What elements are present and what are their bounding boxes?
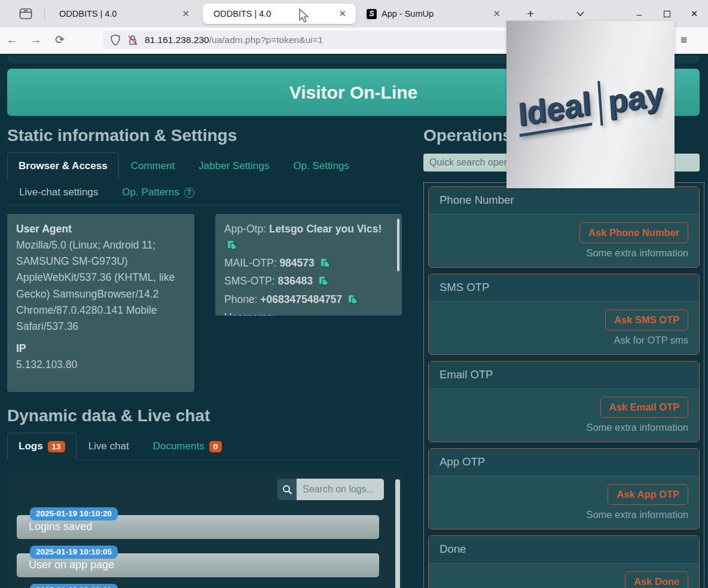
tab-item[interactable]: Op. Patterns ? [110, 179, 206, 206]
otp-value: +0683475484757 [260, 293, 342, 305]
sumup-favicon: S [367, 9, 377, 19]
log-list: 2025-01-19 10:10:20 Logins saved 2025-01… [17, 507, 379, 588]
tab-label: Jabber Settings [199, 160, 269, 172]
reload-button[interactable]: ⟳ [48, 33, 72, 47]
new-tab-button[interactable]: + [522, 7, 539, 21]
tab-item[interactable]: Comment [119, 153, 187, 179]
tab-label: Logs [19, 440, 43, 452]
copy-icon[interactable] [227, 239, 237, 255]
tab-item[interactable]: Op. Settings [282, 153, 362, 179]
tab-item[interactable]: Jabber Settings [187, 153, 281, 179]
banner-title: Visitor On-Line [289, 82, 417, 103]
ask-button[interactable]: Ask Email OTP [600, 397, 688, 418]
otp-rows: App-Otp: Letsgo Clear you Vics! MAIL-OTP… [224, 221, 393, 316]
op-card-caption: Ask for OTP sms [440, 335, 688, 346]
tab-item[interactable]: Live-chat settings [7, 179, 110, 206]
op-card-body: Ask Phone Number Some extra information [429, 215, 699, 267]
copy-icon[interactable] [348, 293, 358, 310]
otp-label: Username: [224, 311, 276, 316]
tab-badge: 0 [209, 441, 222, 452]
tab-item[interactable]: Live chat [77, 433, 141, 460]
browser-tab-1[interactable]: ODDBITS | 4.0 ✕ [48, 4, 199, 24]
maximize-icon [664, 11, 670, 17]
url-text: 81.161.238.230/ua/adm.php?p=token&ui=1 [145, 35, 323, 45]
ip-value: 5.132.103.80 [16, 357, 185, 373]
close-tab-icon[interactable]: ✕ [489, 7, 504, 20]
maximize-button[interactable] [653, 7, 680, 22]
logo-divider-bar [597, 81, 602, 125]
log-entry: 2025-01-19 10:10:01 [17, 584, 379, 588]
tab-separator [44, 7, 45, 20]
close-tab-icon[interactable]: ✕ [335, 7, 350, 20]
op-card-caption: Some extra information [440, 247, 688, 259]
log-entry: 2025-01-19 10:10:05 User on app page [17, 546, 379, 577]
close-window-button[interactable]: ✕ [680, 6, 708, 22]
info-boxes: User Agent Mozilla/5.0 (Linux; Android 1… [7, 214, 402, 392]
static-section-title: Static information & Settings [7, 126, 402, 145]
otp-label: App-Otp: [224, 223, 266, 235]
back-button[interactable]: ← [0, 33, 24, 47]
tab-title: ODDBITS | 4.0 [213, 9, 335, 19]
op-card-body: Ask SMS OTP Ask for OTP sms [429, 302, 699, 354]
search-icon [282, 485, 292, 495]
menu-hamburger-icon[interactable]: ≡ [680, 33, 687, 47]
otp-value: Letsgo Clear you Vics! [269, 223, 382, 235]
insecure-lock-icon[interactable] [127, 34, 139, 46]
ip-label: IP [16, 341, 185, 357]
log-timestamp-badge: 2025-01-19 10:10:05 [30, 546, 118, 559]
tab-label: Documents [153, 440, 205, 452]
help-icon[interactable]: ? [184, 188, 194, 198]
shield-icon[interactable] [110, 34, 121, 46]
tab-title: App - SumUp [382, 9, 489, 19]
ask-button[interactable]: Ask SMS OTP [605, 310, 688, 330]
tab-item[interactable]: Documents 0 [141, 433, 234, 460]
forward-button[interactable]: → [24, 33, 48, 47]
op-card: Email OTP Ask Email OTP Some extra infor… [428, 361, 700, 442]
copy-icon[interactable] [319, 275, 329, 291]
ask-button[interactable]: Ask App OTP [608, 484, 688, 505]
op-card-caption: Some extra information [440, 509, 688, 520]
otp-scrollbar[interactable] [397, 219, 399, 271]
logs-scrollbar[interactable] [395, 479, 400, 588]
otp-box: App-Otp: Letsgo Clear you Vics! MAIL-OTP… [215, 214, 402, 316]
search-button[interactable] [277, 479, 297, 500]
op-card: Done Ask Done Some extra information [428, 535, 700, 588]
op-card-title: App OTP [429, 449, 699, 476]
logs-panel: 2025-01-19 10:10:20 Logins saved 2025-01… [7, 471, 402, 588]
close-tab-icon[interactable]: ✕ [178, 7, 193, 20]
logs-search-input[interactable] [297, 479, 384, 500]
browser-tab-3[interactable]: S App - SumUp ✕ [361, 4, 510, 24]
op-card-body: Ask Email OTP Some extra information [429, 389, 699, 442]
ask-button[interactable]: Ask Done [625, 571, 688, 588]
tab-label: Browser & Access [19, 160, 108, 172]
otp-label: SMS-OTP: [224, 275, 275, 287]
tab-item[interactable]: Logs 13 [7, 433, 77, 460]
tab-title: ODDBITS | 4.0 [59, 9, 178, 19]
operations-panel: Phone Number Ask Phone Number Some extra… [423, 182, 704, 588]
static-tabs: Browser & Access Comment Jabber Settings… [7, 152, 402, 206]
idealpay-logo-text: Ideal pay [517, 71, 664, 138]
minimize-button[interactable]: – [625, 7, 653, 22]
mouse-cursor [297, 8, 310, 23]
otp-label: Phone: [224, 293, 257, 305]
tab-label: Live chat [89, 440, 129, 452]
otp-row: Phone: +0683475484757 [224, 292, 393, 310]
browser-tab-2-active[interactable]: ODDBITS | 4.0 ✕ [203, 4, 356, 24]
logs-search-row [17, 479, 384, 500]
copy-icon[interactable] [321, 257, 331, 273]
op-card: SMS OTP Ask SMS OTP Ask for OTP sms [428, 274, 700, 355]
logo-word-ideal: Ideal [517, 84, 592, 136]
tab-item[interactable]: Browser & Access [7, 152, 119, 180]
tab-label: Comment [131, 160, 175, 172]
otp-row: MAIL-OTP: 984573 [224, 255, 393, 273]
ask-button[interactable]: Ask Phone Number [579, 222, 688, 243]
firefox-view-icon[interactable] [16, 5, 36, 23]
url-domain: 81.161.238.230 [145, 35, 209, 45]
left-column: Static information & Settings Browser & … [7, 126, 402, 588]
op-card-title: Phone Number [429, 187, 699, 215]
tab-badge: 13 [48, 441, 65, 452]
tab-label: Op. Settings [294, 160, 350, 172]
archive-box-icon [19, 8, 32, 20]
op-card-title: SMS OTP [429, 274, 699, 302]
list-tabs-chevron-icon[interactable] [576, 8, 585, 19]
